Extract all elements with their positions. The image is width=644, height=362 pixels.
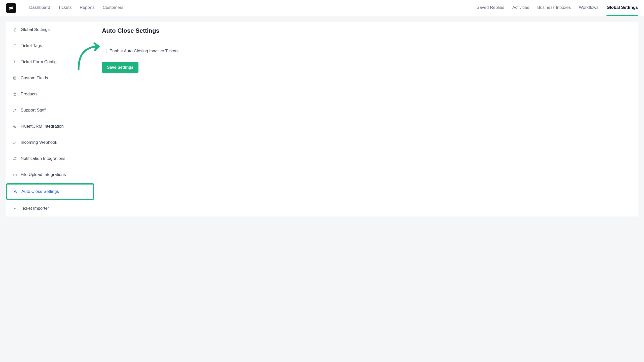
link-icon (13, 140, 17, 145)
bell-icon (13, 156, 17, 161)
sidebar-item-global-settings[interactable]: Global Settings (6, 22, 95, 38)
nav-dashboard[interactable]: Dashboard (29, 0, 50, 16)
sidebar-item-ticket-tags[interactable]: Ticket Tags (6, 38, 95, 54)
app-logo[interactable] (6, 3, 16, 13)
bookmark-icon (13, 44, 17, 48)
sidebar-item-label: FluentCRM Integration (21, 124, 64, 129)
folder-plus-icon (13, 172, 17, 177)
svg-point-0 (14, 61, 15, 62)
timer-icon (13, 189, 18, 194)
sidebar-item-support-staff[interactable]: Support Staff (6, 102, 95, 118)
top-nav-left: Dashboard Tickets Reports Customers (6, 0, 123, 16)
enable-auto-close-checkbox[interactable] (102, 49, 106, 53)
sidebar-item-ticket-importer[interactable]: Ticket Importer (6, 200, 95, 216)
file-icon (13, 27, 17, 32)
main-body: Enable Auto Closing Inactive Tickets Sav… (95, 40, 638, 81)
settings-sidebar: Global Settings Ticket Tags Ticket Form … (6, 22, 95, 216)
sidebar-item-fluentcrm-integration[interactable]: FluentCRM Integration (6, 118, 95, 134)
user-icon (13, 108, 17, 113)
nav-business-inboxes[interactable]: Business Inboxes (537, 0, 571, 16)
sidebar-item-label: Custom Fields (21, 76, 48, 81)
nav-saved-replies[interactable]: Saved Replies (477, 0, 504, 16)
bag-icon (13, 92, 17, 96)
sidebar-item-label: Ticket Form Config (21, 59, 57, 64)
download-icon (13, 206, 17, 211)
content-wrapper: Global Settings Ticket Tags Ticket Form … (6, 22, 638, 216)
main-panel: Auto Close Settings Enable Auto Closing … (95, 22, 638, 216)
sidebar-item-custom-fields[interactable]: Custom Fields (6, 70, 95, 86)
top-nav: Dashboard Tickets Reports Customers Save… (0, 0, 644, 16)
sidebar-item-label: Ticket Tags (21, 43, 42, 48)
page-title: Auto Close Settings (102, 27, 631, 34)
svg-point-2 (14, 109, 15, 110)
sidebar-item-notification-integrations[interactable]: Notification Integrations (6, 151, 95, 167)
sidebar-item-auto-close-settings[interactable]: Auto Close Settings (6, 183, 94, 200)
sidebar-item-label: Support Staff (21, 108, 46, 113)
save-settings-button[interactable]: Save Settings (102, 62, 138, 73)
sidebar-item-label: Ticket Importer (21, 206, 49, 211)
sidebar-item-label: Global Settings (21, 27, 50, 32)
sidebar-item-label: Products (21, 92, 38, 97)
nav-tickets[interactable]: Tickets (58, 0, 71, 16)
sidebar-item-products[interactable]: Products (6, 86, 95, 102)
top-nav-right: Saved Replies Activities Business Inboxe… (477, 0, 638, 16)
sidebar-item-incoming-webhook[interactable]: Incoming Webhook (6, 134, 95, 151)
sidebar-item-label: Incoming Webhook (21, 140, 57, 145)
sidebar-item-label: Notification Integrations (21, 156, 65, 161)
nav-global-settings[interactable]: Global Settings (606, 0, 638, 16)
sidebar-item-file-upload-integrations[interactable]: File Upload Integrations (6, 167, 95, 183)
logo-icon (8, 5, 14, 11)
sidebar-item-ticket-form-config[interactable]: Ticket Form Config (6, 54, 95, 70)
nav-customers[interactable]: Customers (103, 0, 123, 16)
gear-icon (13, 60, 17, 64)
sidebar-item-label: Auto Close Settings (21, 189, 59, 194)
nav-workflows[interactable]: Workflows (579, 0, 598, 16)
nav-reports[interactable]: Reports (80, 0, 95, 16)
list-icon (13, 76, 17, 80)
enable-auto-close-row: Enable Auto Closing Inactive Tickets (102, 49, 631, 54)
nav-activities[interactable]: Activities (512, 0, 529, 16)
svg-point-4 (15, 126, 15, 127)
integration-icon (13, 124, 17, 129)
main-header: Auto Close Settings (95, 22, 638, 40)
enable-auto-close-label: Enable Auto Closing Inactive Tickets (110, 49, 178, 54)
sidebar-item-label: File Upload Integrations (21, 172, 66, 177)
